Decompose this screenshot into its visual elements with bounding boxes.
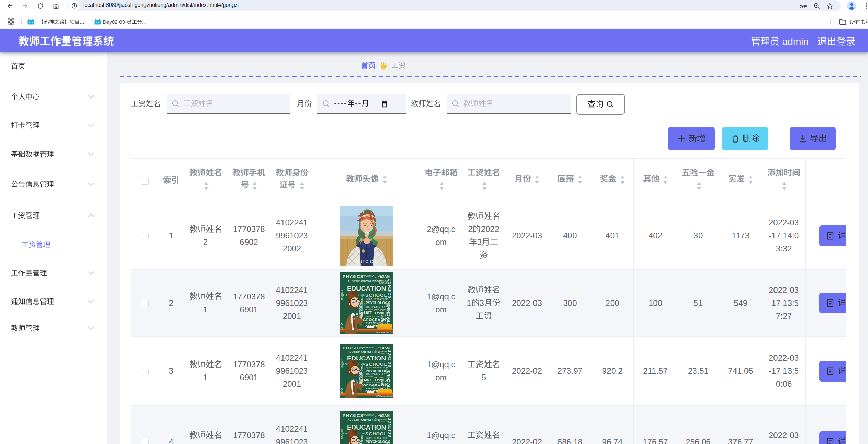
svg-text:NIPIC www.nipic.com: NIPIC www.nipic.com — [376, 331, 393, 333]
svg-text:TEACHING: TEACHING — [386, 371, 391, 390]
svg-text:LIST: LIST — [364, 378, 372, 381]
svg-text:EXAM: EXAM — [380, 275, 390, 279]
svg-text:EXAM: EXAM — [380, 346, 390, 349]
svg-text:IDEA: IDEA — [375, 277, 377, 282]
svg-text:TRAINING: TRAINING — [379, 280, 388, 282]
svg-text:PHYSICS: PHYSICS — [343, 346, 363, 350]
svg-text:UNIVERSITY: UNIVERSITY — [366, 373, 386, 375]
svg-text:SCIENCE: SCIENCE — [388, 417, 392, 437]
svg-text:TEST: TEST — [376, 382, 380, 384]
svg-text:GEOMETRY: GEOMETRY — [365, 316, 376, 318]
svg-text:EXPERIMENT TEST: EXPERIMENT TEST — [361, 414, 382, 416]
svg-text:PROJECT: PROJECT — [374, 309, 386, 311]
svg-text:LIST: LIST — [364, 311, 372, 315]
svg-text:TEACHING: TEACHING — [386, 303, 391, 324]
svg-text:TEST: TEST — [376, 316, 380, 318]
svg-text:KNOWLEDGE: KNOWLEDGE — [361, 350, 381, 354]
svg-text:READING: READING — [365, 309, 374, 311]
svg-text:PROJECT: PROJECT — [374, 376, 386, 378]
svg-text:NIPIC www.nipic.com: NIPIC www.nipic.com — [376, 395, 393, 397]
svg-text:UNIVERSITY: UNIVERSITY — [366, 305, 386, 308]
svg-text:LATINS: LATINS — [373, 386, 374, 391]
svg-text:KNOWLEDGE: KNOWLEDGE — [361, 280, 381, 283]
svg-text:BIOLOGY: BIOLOGY — [341, 289, 343, 300]
svg-text:EXAM: EXAM — [380, 414, 390, 417]
svg-text:BIOLOGY: BIOLOGY — [340, 359, 343, 368]
svg-text:EXPERIMENT TEST: EXPERIMENT TEST — [361, 346, 382, 348]
svg-text:GEOMETRY: GEOMETRY — [365, 382, 376, 384]
svg-text:LATINS: LATINS — [373, 320, 375, 326]
svg-text:IDEA: IDEA — [374, 348, 376, 353]
svg-text:BIOLOGY: BIOLOGY — [341, 428, 343, 439]
svg-text:PHYSICS: PHYSICS — [343, 413, 363, 418]
svg-text:GUCCI: GUCCI — [356, 259, 378, 264]
svg-text:IDEA: IDEA — [375, 416, 377, 420]
svg-text:EXPERIMENT TEST: EXPERIMENT TEST — [361, 275, 382, 277]
svg-text:TRAINING: TRAINING — [379, 419, 388, 421]
svg-text:SCIENCE: SCIENCE — [388, 278, 392, 298]
svg-text:PHYSICS: PHYSICS — [343, 274, 363, 279]
svg-text:READING: READING — [365, 376, 374, 378]
svg-text:KNOWLEDGE: KNOWLEDGE — [361, 418, 381, 422]
svg-text:TRAINING: TRAINING — [379, 351, 388, 353]
svg-text:TEACHING: TEACHING — [386, 442, 391, 444]
svg-text:SCIENCE: SCIENCE — [387, 350, 392, 367]
